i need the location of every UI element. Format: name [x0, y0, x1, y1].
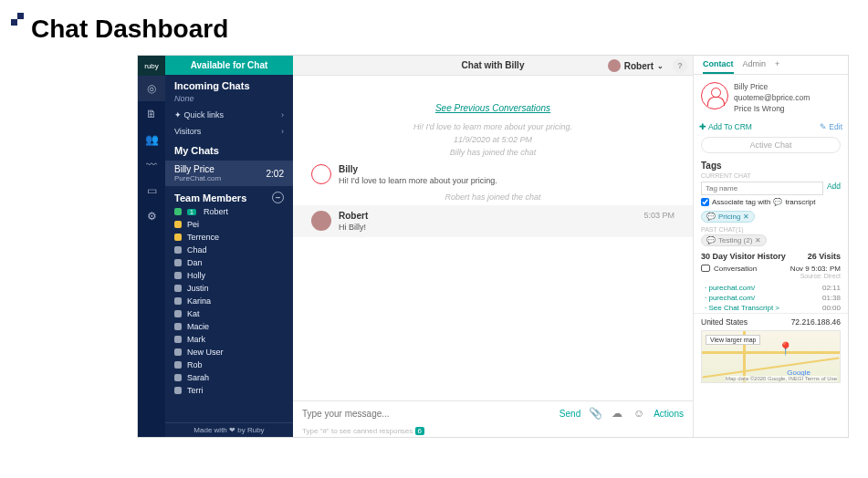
- user-avatar[interactable]: [608, 59, 621, 72]
- tab-admin[interactable]: Admin: [743, 59, 767, 74]
- edit-contact-button[interactable]: ✎ Edit: [820, 122, 842, 131]
- associate-checkbox[interactable]: Associate tag with 💬 transcript: [701, 198, 841, 206]
- team-member-item[interactable]: Macie: [165, 320, 293, 333]
- sidebar: Available for Chat Incoming Chats None ✦…: [165, 56, 293, 437]
- nav-dashboard-icon[interactable]: ◎: [138, 76, 165, 101]
- emoji-icon[interactable]: ☺: [632, 407, 646, 420]
- app-shell: ruby ◎ 🗎 👥 〰 ▭ ⚙ Available for Chat Inco…: [137, 55, 849, 438]
- msg-text: Hi Billy!: [339, 223, 675, 232]
- nav-archive-icon[interactable]: ▭: [138, 178, 165, 203]
- chat-body: See Previous Conversations Hi! I'd love …: [293, 76, 693, 400]
- actions-menu[interactable]: Actions: [654, 409, 684, 419]
- map-widget[interactable]: 📍 View larger map Google Map data ©2020 …: [701, 330, 841, 383]
- avatar-icon: [311, 211, 331, 231]
- nav-contacts-icon[interactable]: 👥: [138, 127, 165, 152]
- system-line: Hi! I'd love to learn more about your pr…: [311, 122, 675, 131]
- chevron-right-icon: ›: [281, 110, 284, 120]
- remove-tag-icon[interactable]: ✕: [743, 213, 749, 221]
- quick-links-row[interactable]: ✦ Quick links ›: [165, 107, 293, 123]
- team-member-item[interactable]: 1Robert: [165, 205, 293, 218]
- send-button[interactable]: Send: [559, 409, 580, 419]
- team-member-name: Justin: [187, 284, 209, 293]
- tags-sub-current: CURRENT CHAT: [701, 172, 841, 179]
- map-pin-icon: 📍: [778, 341, 793, 356]
- mychat-item[interactable]: Billy Price PureChat.com 2:02: [165, 161, 293, 186]
- view-larger-map-button[interactable]: View larger map: [706, 335, 760, 345]
- mychat-time: 2:02: [267, 169, 284, 179]
- remove-tag-icon[interactable]: ✕: [755, 236, 761, 244]
- attachment-icon[interactable]: 📎: [588, 407, 602, 420]
- team-member-item[interactable]: Karina: [165, 295, 293, 307]
- team-header: Team Members: [174, 192, 246, 203]
- chat-title: Chat with Billy: [462, 60, 525, 70]
- contact-avatar-icon: [701, 82, 728, 109]
- associate-label-2: transcript: [785, 198, 815, 206]
- visit-row[interactable]: · purechat.com/01:38: [705, 293, 841, 303]
- team-member-item[interactable]: Terri: [165, 384, 293, 397]
- team-member-item[interactable]: New User: [165, 346, 293, 358]
- tab-contact[interactable]: Contact: [703, 59, 734, 74]
- team-member-item[interactable]: Justin: [165, 282, 293, 295]
- see-previous-link[interactable]: See Previous Conversations: [311, 103, 675, 113]
- team-member-item[interactable]: Rob: [165, 358, 293, 371]
- team-member-name: Macie: [187, 322, 209, 331]
- history-header: 30 Day Visitor History: [701, 252, 786, 261]
- team-member-item[interactable]: Sarah: [165, 371, 293, 384]
- user-name[interactable]: Robert: [624, 61, 654, 71]
- page-title: Chat Dashboard: [31, 15, 868, 44]
- availability-toggle[interactable]: Available for Chat: [165, 56, 293, 75]
- associate-checkbox-input[interactable]: [701, 198, 709, 206]
- tag-name-input[interactable]: [701, 182, 823, 195]
- tag-pill[interactable]: 💬 Pricing ✕: [701, 211, 755, 223]
- team-member-item[interactable]: Holly: [165, 269, 293, 282]
- help-icon[interactable]: ?: [673, 58, 687, 73]
- visitor-history: 30 Day Visitor History 26 Visits Convers…: [694, 246, 848, 313]
- nav-settings-icon[interactable]: ⚙: [138, 203, 165, 229]
- visit-row[interactable]: · purechat.com/02:11: [705, 283, 841, 293]
- visit-list: · purechat.com/02:11· purechat.com/01:38…: [705, 283, 841, 313]
- tag-pill[interactable]: 💬 Testing (2) ✕: [701, 234, 767, 246]
- team-member-name: Pei: [187, 220, 199, 229]
- system-line: Billy has joined the chat: [311, 148, 675, 157]
- mychat-name: Billy Price: [174, 164, 214, 174]
- conversation-date: Nov 9 5:03: PM: [790, 265, 841, 273]
- team-member-item[interactable]: Kat: [165, 307, 293, 320]
- associate-label: Associate tag with: [712, 198, 770, 206]
- tags-header: Tags: [701, 161, 841, 171]
- add-to-crm-button[interactable]: ✚ Add To CRM: [699, 122, 752, 131]
- main-panel: Chat with Billy Robert ⌄ ? See Previous …: [293, 56, 693, 437]
- visitors-row[interactable]: Visitors ›: [165, 123, 293, 140]
- geo-ip: 72.216.188.46: [791, 317, 841, 327]
- tags-section: Tags CURRENT CHAT Add Associate tag with…: [694, 161, 848, 246]
- team-member-name: Chad: [187, 245, 207, 255]
- geo-country: United States: [701, 317, 748, 327]
- msg-sender: Robert: [339, 211, 675, 221]
- active-chat-pill[interactable]: Active Chat: [701, 137, 841, 153]
- chat-header: Chat with Billy Robert ⌄ ?: [293, 56, 693, 76]
- mychat-site: PureChat.com: [174, 174, 221, 182]
- nav-analytics-icon[interactable]: 〰: [138, 152, 165, 178]
- team-member-item[interactable]: Pei: [165, 218, 293, 231]
- status-dot-icon: [174, 221, 182, 228]
- collapse-team-icon[interactable]: –: [272, 192, 284, 203]
- team-member-item[interactable]: Mark: [165, 333, 293, 346]
- tab-add[interactable]: +: [775, 59, 779, 74]
- status-dot-icon: [174, 310, 182, 317]
- geo-row: United States 72.216.188.46: [694, 313, 848, 330]
- team-member-item[interactable]: Chad: [165, 244, 293, 256]
- compose-row: Send 📎 ☁ ☺ Actions: [293, 400, 693, 425]
- visit-row[interactable]: · See Chat Transcript >00:00: [705, 303, 841, 313]
- team-member-item[interactable]: Dan: [165, 256, 293, 269]
- team-member-item[interactable]: Terrence: [165, 231, 293, 244]
- team-member-name: Karina: [187, 296, 211, 306]
- message-input[interactable]: [302, 409, 552, 419]
- cloud-upload-icon[interactable]: ☁: [610, 407, 624, 420]
- nav-transcripts-icon[interactable]: 🗎: [138, 101, 165, 127]
- brand-logo: ruby: [138, 56, 165, 76]
- contact-email: quoteme@bprice.com: [734, 93, 810, 104]
- chevron-down-icon[interactable]: ⌄: [657, 62, 664, 70]
- status-dot-icon: [174, 246, 182, 254]
- team-members-list: 1RobertPeiTerrenceChadDanHollyJustinKari…: [165, 205, 293, 422]
- add-tag-button[interactable]: Add: [827, 182, 841, 195]
- status-dot-icon: [174, 285, 182, 292]
